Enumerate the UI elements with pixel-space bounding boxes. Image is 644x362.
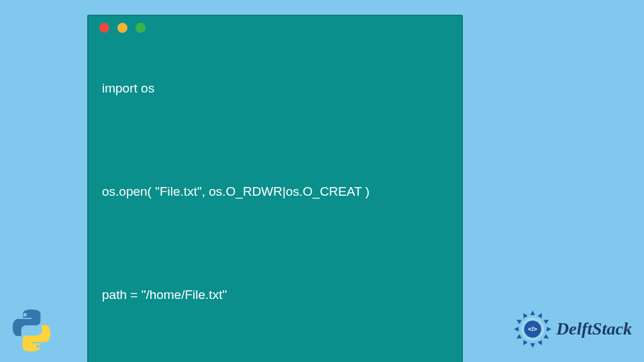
minimize-icon: [117, 23, 127, 33]
svg-marker-8: [515, 334, 522, 341]
maximize-icon: [136, 23, 146, 33]
svg-marker-0: [531, 310, 535, 315]
svg-marker-11: [521, 312, 528, 318]
code-line: path = "/home/File.txt": [102, 286, 448, 304]
python-logo-icon: [8, 307, 55, 354]
svg-marker-3: [547, 327, 551, 332]
svg-marker-6: [531, 343, 535, 348]
code-line: import os: [102, 80, 448, 97]
window-titlebar: [89, 16, 462, 39]
svg-marker-2: [544, 318, 551, 324]
close-icon: [99, 23, 109, 33]
code-line: [102, 131, 448, 149]
brand-name: DelftStack: [556, 319, 632, 339]
svg-marker-9: [515, 327, 519, 332]
delftstack-seal-icon: </>: [513, 310, 552, 349]
svg-marker-4: [544, 334, 551, 341]
code-line: [102, 235, 448, 252]
code-window: import os os.open( "File.txt", os.O_RDWR…: [87, 15, 463, 362]
brand-block: </> DelftStack: [513, 310, 632, 349]
svg-marker-5: [538, 340, 545, 347]
svg-marker-1: [538, 312, 545, 318]
svg-text:</>: </>: [529, 326, 538, 333]
code-body: import os os.open( "File.txt", os.O_RDWR…: [89, 39, 462, 362]
svg-marker-7: [521, 340, 528, 347]
code-line: os.open( "File.txt", os.O_RDWR|os.O_CREA…: [102, 183, 448, 200]
svg-marker-10: [515, 318, 522, 324]
code-line: [102, 338, 448, 355]
